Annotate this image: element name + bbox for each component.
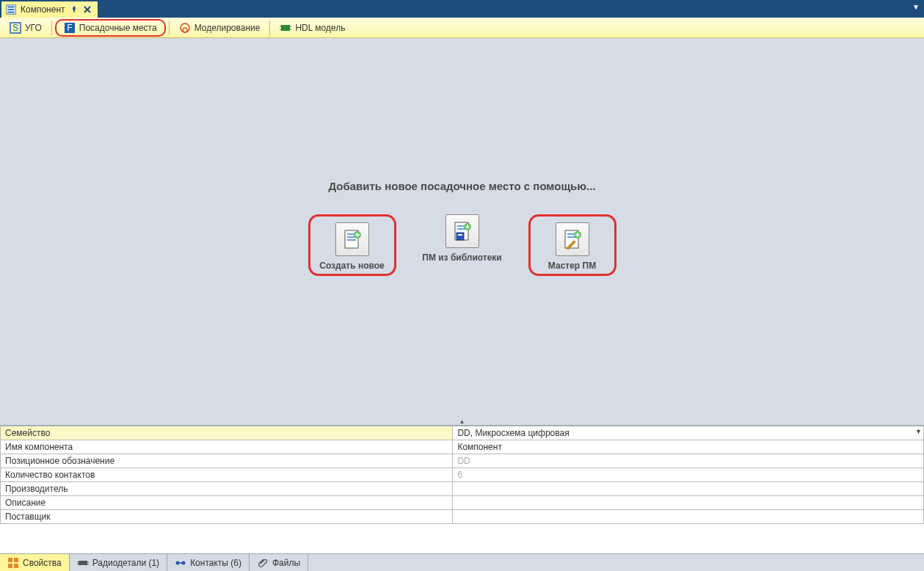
- paperclip-icon: [257, 557, 269, 569]
- svg-text:S: S: [12, 23, 18, 33]
- action-from-library[interactable]: ПМ из библиотеки: [418, 214, 506, 276]
- main-area: Добавить новое посадочное место с помощь…: [0, 38, 924, 571]
- svg-rect-30: [14, 558, 18, 562]
- svg-rect-31: [8, 564, 12, 568]
- properties-filler: [0, 524, 924, 553]
- properties-panel: Семейство DD, Микросхема цифровая▼ Имя к…: [0, 425, 924, 553]
- tool-modeling-label: Моделирование: [194, 23, 261, 33]
- document-tabstrip: Компонент ▼: [0, 0, 924, 18]
- empty-state: Добавить новое посадочное место с помощь…: [0, 38, 924, 418]
- collapse-caret-icon: ▲: [459, 418, 465, 425]
- pins-icon: [175, 557, 186, 569]
- tool-ugo-label: УГО: [25, 23, 42, 33]
- prop-value-manufacturer[interactable]: [453, 482, 924, 496]
- app-window: Компонент ▼ S УГО F Посадочные места: [0, 0, 924, 571]
- empty-state-prompt: Добавить новое посадочное место с помощь…: [328, 180, 595, 192]
- document-tab-title: Компонент: [21, 4, 65, 15]
- svg-rect-37: [87, 564, 89, 565]
- bottom-tab-files[interactable]: Файлы: [250, 554, 308, 571]
- prop-label: Позиционное обозначение: [1, 454, 453, 468]
- tool-modeling[interactable]: Моделирование: [172, 19, 267, 37]
- svg-rect-13: [290, 29, 291, 30]
- tool-hdl[interactable]: HDL модель: [273, 19, 352, 37]
- svg-rect-11: [280, 29, 281, 30]
- action-create-new-label: Создать новое: [319, 261, 384, 271]
- symbol-f-icon: F: [64, 22, 76, 34]
- prop-label: Имя компонента: [1, 440, 453, 454]
- chip-icon: [280, 22, 291, 34]
- tabstrip-menu-caret-icon[interactable]: ▼: [912, 3, 920, 11]
- symbol-s-icon: S: [10, 22, 21, 34]
- action-from-library-button[interactable]: [445, 214, 479, 248]
- view-toolbar: S УГО F Посадочные места Моделирование H…: [0, 18, 924, 38]
- part-icon: [77, 557, 89, 569]
- grid-icon: [7, 557, 19, 569]
- tool-footprints[interactable]: F Посадочные места: [55, 19, 166, 37]
- svg-rect-33: [79, 561, 87, 565]
- document-tab-component[interactable]: Компонент: [1, 1, 98, 18]
- empty-state-actions: Создать новое ПМ из библиотеки: [308, 214, 616, 276]
- action-create-new-button[interactable]: [335, 222, 369, 256]
- bottom-tab-label: Радиодетали (1): [92, 558, 159, 568]
- prop-value-supplier[interactable]: [453, 510, 924, 524]
- svg-rect-36: [77, 564, 79, 565]
- new-document-icon: [341, 228, 364, 251]
- dropdown-caret-icon[interactable]: ▼: [915, 428, 922, 435]
- prop-row-family[interactable]: Семейство DD, Микросхема цифровая▼: [1, 426, 924, 440]
- svg-rect-2: [8, 9, 15, 10]
- svg-rect-40: [178, 562, 183, 564]
- prop-row-description[interactable]: Описание: [1, 496, 924, 510]
- svg-rect-32: [14, 564, 18, 568]
- prop-row-manufacturer[interactable]: Производитель: [1, 482, 924, 496]
- svg-point-8: [181, 23, 189, 32]
- prop-value-name[interactable]: Компонент: [453, 440, 924, 454]
- toolbar-separator: [51, 21, 52, 35]
- panel-collapse-handle[interactable]: ▲: [0, 418, 924, 425]
- component-icon: [6, 4, 16, 15]
- prop-row-refdes: Позиционное обозначение DD: [1, 454, 924, 468]
- library-document-icon: [451, 219, 474, 243]
- prop-value-refdes: DD: [453, 454, 924, 468]
- svg-rect-3: [8, 12, 15, 13]
- close-icon[interactable]: [83, 5, 92, 14]
- spiral-icon: [179, 22, 191, 34]
- prop-value-description[interactable]: [453, 496, 924, 510]
- svg-rect-9: [281, 25, 290, 31]
- action-from-library-label: ПМ из библиотеки: [422, 252, 502, 263]
- action-wizard-label: Мастер ПМ: [548, 261, 596, 271]
- prop-row-supplier[interactable]: Поставщик: [1, 510, 924, 524]
- prop-label: Описание: [1, 496, 453, 510]
- prop-row-name[interactable]: Имя компонента Компонент: [1, 440, 924, 454]
- prop-row-pincount: Количество контактов 6: [1, 468, 924, 482]
- svg-rect-1: [8, 7, 15, 8]
- svg-rect-17: [347, 239, 356, 241]
- bottom-tab-parts[interactable]: Радиодетали (1): [70, 554, 167, 571]
- prop-label: Производитель: [1, 482, 453, 496]
- action-create-new[interactable]: Создать новое: [308, 214, 396, 276]
- action-wizard-button[interactable]: [556, 222, 589, 256]
- prop-label: Количество контактов: [1, 468, 453, 482]
- property-grid: Семейство DD, Микросхема цифровая▼ Имя к…: [0, 426, 924, 524]
- tool-footprints-label: Посадочные места: [79, 23, 157, 33]
- toolbar-separator: [169, 21, 170, 35]
- bottom-tab-label: Контакты (6): [190, 558, 241, 568]
- svg-text:F: F: [67, 23, 72, 33]
- prop-label: Семейство: [1, 426, 453, 440]
- svg-rect-34: [77, 561, 79, 563]
- action-wizard[interactable]: Мастер ПМ: [528, 214, 616, 276]
- bottom-tab-properties[interactable]: Свойства: [0, 554, 70, 571]
- pin-icon[interactable]: [70, 5, 79, 14]
- prop-value-pincount: 6: [453, 468, 924, 482]
- tool-hdl-label: HDL модель: [295, 23, 345, 33]
- prop-value-family[interactable]: DD, Микросхема цифровая▼: [453, 426, 924, 440]
- tool-ugo[interactable]: S УГО: [3, 19, 48, 37]
- bottom-tabbar: Свойства Радиодетали (1) Контакты (6) Фа…: [0, 553, 924, 571]
- bottom-tab-contacts[interactable]: Контакты (6): [167, 554, 250, 571]
- prop-label: Поставщик: [1, 510, 453, 524]
- bottom-tab-label: Свойства: [23, 558, 62, 568]
- bottom-tab-label: Файлы: [272, 558, 300, 568]
- svg-rect-23: [458, 234, 462, 236]
- svg-rect-12: [290, 26, 291, 27]
- svg-rect-35: [87, 561, 89, 563]
- svg-rect-29: [8, 558, 12, 562]
